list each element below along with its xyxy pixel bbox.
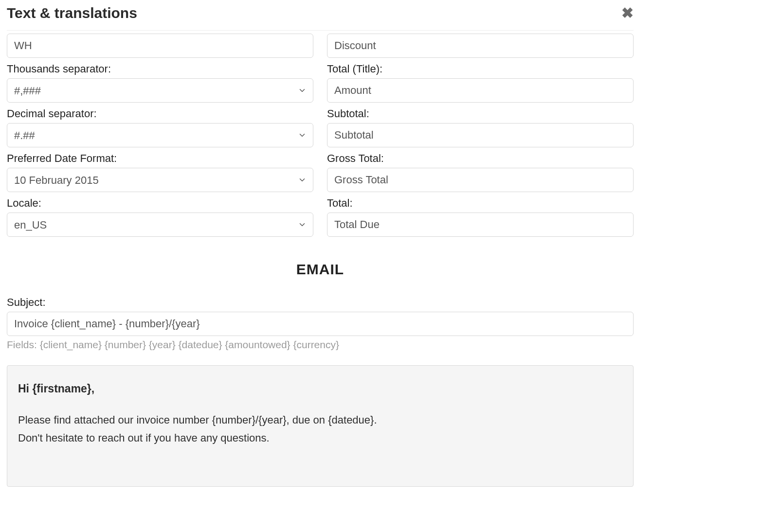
locale-label: Locale: bbox=[7, 197, 313, 210]
total-title-input[interactable] bbox=[327, 78, 634, 103]
email-body-line: Please find attached our invoice number … bbox=[18, 411, 622, 429]
decimal-separator-select[interactable]: #.## bbox=[7, 123, 313, 147]
modal-header: Text & translations ✖ bbox=[7, 0, 634, 31]
email-body-line: Don't hesitate to reach out if you have … bbox=[18, 429, 622, 447]
subject-fields-hint: Fields: {client_name} {number} {year} {d… bbox=[7, 339, 634, 351]
subject-input[interactable] bbox=[7, 312, 634, 336]
total-input[interactable] bbox=[327, 213, 634, 237]
right-column: Total (Title): Subtotal: Gross Total: To… bbox=[327, 34, 634, 237]
email-section-heading: EMAIL bbox=[7, 261, 634, 278]
total-title-label: Total (Title): bbox=[327, 63, 634, 75]
subtotal-input[interactable] bbox=[327, 123, 634, 147]
date-format-select[interactable]: 10 February 2015 bbox=[7, 168, 313, 192]
modal-title: Text & translations bbox=[7, 5, 137, 21]
thousands-separator-label: Thousands separator: bbox=[7, 63, 313, 75]
date-format-label: Preferred Date Format: bbox=[7, 152, 313, 165]
email-body-editor[interactable]: Hi {firstname}, Please find attached our… bbox=[7, 365, 634, 487]
left-column: Thousands separator: #,### Decimal separ… bbox=[7, 34, 313, 237]
locale-select[interactable]: en_US bbox=[7, 213, 313, 237]
subtotal-label: Subtotal: bbox=[327, 107, 634, 120]
close-button[interactable]: ✖ bbox=[621, 6, 634, 20]
wh-input[interactable] bbox=[7, 34, 313, 58]
total-label: Total: bbox=[327, 197, 634, 210]
form-columns: Thousands separator: #,### Decimal separ… bbox=[7, 34, 634, 237]
gross-total-label: Gross Total: bbox=[327, 152, 634, 165]
discount-input[interactable] bbox=[327, 34, 634, 58]
decimal-separator-label: Decimal separator: bbox=[7, 107, 313, 120]
text-translations-modal: Text & translations ✖ Thousands separato… bbox=[0, 0, 640, 506]
thousands-separator-select[interactable]: #,### bbox=[7, 78, 313, 103]
gross-total-input[interactable] bbox=[327, 168, 634, 192]
subject-label: Subject: bbox=[7, 296, 634, 309]
email-greeting: Hi {firstname}, bbox=[18, 379, 622, 398]
close-icon: ✖ bbox=[621, 5, 634, 21]
